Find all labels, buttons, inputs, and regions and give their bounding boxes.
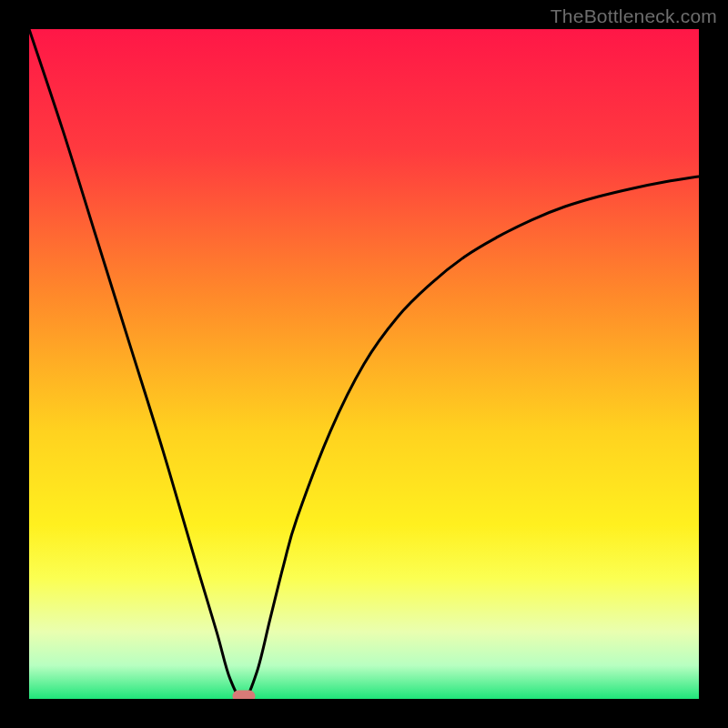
chart-frame: TheBottleneck.com — [0, 0, 728, 728]
bottleneck-curve — [29, 29, 699, 699]
watermark-text: TheBottleneck.com — [551, 5, 717, 27]
plot-area — [29, 29, 699, 699]
minimum-marker — [232, 691, 255, 700]
